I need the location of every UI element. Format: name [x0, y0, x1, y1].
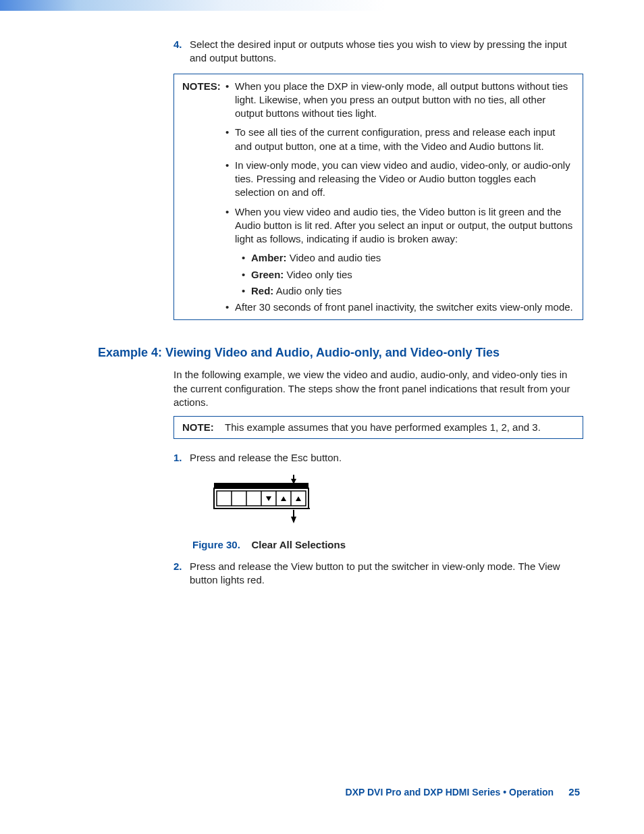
note-text: After 30 seconds of front panel inactivi…	[235, 301, 573, 314]
step-1: 1. Press and release the Esc button.	[173, 451, 583, 465]
figure-label: Figure 30.	[192, 539, 240, 550]
note-text: In view-only mode, you can view video an…	[235, 159, 574, 200]
bullet-icon: •	[242, 251, 251, 265]
bullet-icon: •	[225, 205, 235, 246]
figure-caption: Figure 30. Clear All Selections	[192, 539, 583, 550]
note-text: When you view video and audio ties, the …	[235, 205, 574, 246]
step-text: Select the desired input or outputs whos…	[190, 38, 583, 66]
step-text: Press and release the Esc button.	[190, 451, 583, 465]
step-4: 4. Select the desired input or outputs w…	[173, 38, 583, 66]
notes-box: NOTES: • When you place the DXP in view-…	[173, 74, 583, 321]
bullet-icon: •	[242, 268, 251, 282]
notes-body: • When you place the DXP in view-only mo…	[182, 80, 574, 315]
note-item: • After 30 seconds of front panel inacti…	[225, 301, 574, 314]
header-gradient	[0, 0, 644, 11]
svg-marker-11	[281, 496, 286, 501]
note-text: To see all ties of the current configura…	[235, 126, 574, 153]
color-text: Red: Audio only ties	[251, 284, 342, 298]
color-item-red: • Red: Audio only ties	[242, 284, 574, 298]
step-text: Press and release the View button to put…	[190, 560, 583, 588]
svg-rect-2	[214, 483, 308, 488]
bullet-icon: •	[225, 159, 235, 200]
color-text: Green: Video only ties	[251, 268, 352, 282]
note-item: • To see all ties of the current configu…	[225, 126, 574, 153]
figure-title: Clear All Selections	[252, 539, 346, 550]
step-number: 1.	[173, 451, 190, 465]
figure-30-diagram	[213, 475, 583, 531]
note-box: NOTE: This example assumes that you have…	[173, 416, 583, 439]
note-item: • When you place the DXP in view-only mo…	[225, 80, 574, 121]
color-sub-list: • Amber: Video and audio ties • Green: V…	[225, 251, 574, 298]
svg-marker-15	[291, 517, 296, 523]
bullet-icon: •	[242, 284, 251, 298]
section-title: Example 4: Viewing Video and Audio, Audi…	[98, 346, 583, 360]
section-intro: In the following example, we view the vi…	[173, 368, 583, 409]
notes-label: NOTES:	[182, 80, 221, 93]
bullet-icon: •	[225, 80, 235, 121]
color-item-green: • Green: Video only ties	[242, 268, 574, 282]
svg-marker-10	[266, 496, 271, 501]
step-2: 2. Press and release the View button to …	[173, 560, 583, 588]
svg-marker-12	[296, 496, 301, 501]
page-content: 4. Select the desired input or outputs w…	[0, 11, 644, 618]
bullet-icon: •	[225, 126, 235, 153]
note-text: This example assumes that you have perfo…	[225, 421, 541, 433]
note-item: • In view-only mode, you can view video …	[225, 159, 574, 200]
note-label: NOTE:	[182, 421, 214, 433]
note-item: • When you view video and audio ties, th…	[225, 205, 574, 246]
panel-diagram-svg	[213, 475, 314, 529]
note-text: When you place the DXP in view-only mode…	[235, 80, 574, 121]
bullet-icon: •	[225, 301, 235, 314]
step-number: 4.	[173, 38, 190, 66]
step-number: 2.	[173, 560, 190, 588]
color-item-amber: • Amber: Video and audio ties	[242, 251, 574, 265]
color-text: Amber: Video and audio ties	[251, 251, 381, 265]
